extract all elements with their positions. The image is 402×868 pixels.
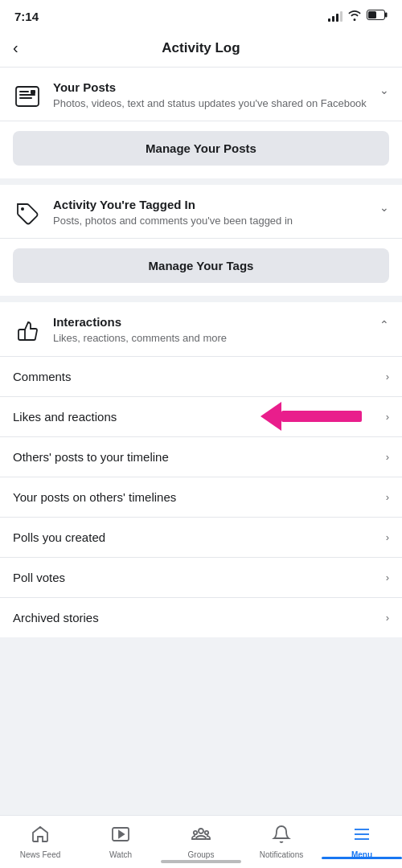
archived-stories-label: Archived stories — [13, 611, 99, 624]
poll-votes-item[interactable]: Poll votes › — [0, 558, 402, 598]
activity-tagged-title: Activity You're Tagged In — [53, 198, 379, 211]
svg-point-14 — [205, 831, 208, 834]
polls-created-item[interactable]: Polls you created › — [0, 518, 402, 558]
your-posts-chevron: ⌄ — [379, 84, 389, 96]
posts-icon — [13, 82, 42, 111]
your-posts-text: Your Posts Photos, videos, text and stat… — [53, 80, 379, 111]
back-button[interactable]: ‹ — [13, 39, 18, 57]
activity-tagged-subtitle: Posts, photos and comments you've been t… — [53, 214, 379, 228]
nav-news-feed-label: News Feed — [20, 850, 61, 859]
activity-tagged-header[interactable]: Activity You're Tagged In Posts, photos … — [0, 185, 402, 238]
likes-reactions-item[interactable]: Likes and reactions › — [0, 397, 402, 437]
interactions-chevron: ⌃ — [379, 318, 389, 331]
your-posts-timelines-label: Your posts on others' timelines — [13, 490, 176, 504]
likes-reactions-label: Likes and reactions — [13, 410, 117, 424]
svg-point-13 — [194, 831, 197, 834]
svg-rect-6 — [19, 97, 32, 99]
watch-icon — [111, 825, 130, 848]
your-posts-timelines-chevron: › — [386, 491, 389, 503]
manage-tags-wrapper: Manage Your Tags — [0, 238, 402, 296]
manage-posts-wrapper: Manage Your Posts — [0, 121, 402, 178]
svg-rect-5 — [19, 94, 35, 96]
interactions-text: Interactions Likes, reactions, comments … — [53, 315, 379, 346]
nav-groups-label: Groups — [188, 850, 215, 859]
arrow-annotation — [262, 402, 362, 431]
your-posts-title: Your Posts — [53, 80, 379, 94]
svg-rect-4 — [19, 91, 29, 92]
svg-rect-2 — [368, 11, 376, 18]
svg-point-8 — [21, 207, 24, 211]
nav-news-feed[interactable]: News Feed — [0, 818, 80, 859]
menu-icon — [352, 825, 371, 848]
nav-groups[interactable]: Groups — [161, 818, 241, 859]
others-posts-label: Others' posts to your timeline — [13, 450, 169, 464]
battery-icon — [367, 10, 388, 23]
svg-point-12 — [199, 829, 203, 833]
likes-reactions-chevron: › — [386, 411, 389, 423]
wifi-icon — [347, 10, 362, 23]
tag-icon — [13, 199, 42, 228]
polls-created-chevron: › — [386, 531, 389, 543]
comments-label: Comments — [13, 370, 72, 383]
status-icons — [328, 10, 388, 23]
scroll-content: Your Posts Photos, videos, text and stat… — [0, 68, 402, 703]
nav-menu[interactable]: Menu — [322, 818, 402, 859]
your-posts-header-left: Your Posts Photos, videos, text and stat… — [13, 80, 379, 111]
interactions-title: Interactions — [53, 315, 379, 329]
your-posts-header[interactable]: Your Posts Photos, videos, text and stat… — [0, 68, 402, 121]
interactions-section: Interactions Likes, reactions, comments … — [0, 302, 402, 637]
archived-stories-item[interactable]: Archived stories › — [0, 598, 402, 637]
interactions-header[interactable]: Interactions Likes, reactions, comments … — [0, 302, 402, 356]
others-posts-chevron: › — [386, 451, 389, 463]
home-icon — [31, 825, 50, 848]
svg-rect-7 — [31, 90, 35, 94]
signal-icon — [328, 10, 343, 22]
manage-posts-button[interactable]: Manage Your Posts — [13, 131, 389, 166]
arrow-head — [260, 402, 281, 431]
nav-watch-label: Watch — [109, 850, 132, 859]
bell-icon — [272, 825, 291, 848]
status-time: 7:14 — [14, 10, 39, 23]
page-header: ‹ Activity Log — [0, 29, 402, 68]
svg-rect-3 — [16, 87, 39, 106]
page-title: Activity Log — [162, 40, 240, 56]
comments-chevron: › — [386, 371, 389, 383]
activity-tagged-chevron: ⌄ — [379, 201, 389, 214]
status-bar: 7:14 — [0, 0, 402, 29]
poll-votes-label: Poll votes — [13, 571, 65, 584]
your-posts-section: Your Posts Photos, videos, text and stat… — [0, 68, 402, 178]
arrow-body — [281, 411, 362, 422]
nav-active-bar — [322, 857, 402, 859]
your-posts-timelines-item[interactable]: Your posts on others' timelines › — [0, 477, 402, 518]
manage-tags-button[interactable]: Manage Your Tags — [13, 248, 389, 283]
poll-votes-chevron: › — [386, 571, 389, 583]
nav-notifications[interactable]: Notifications — [241, 818, 322, 859]
svg-marker-11 — [119, 831, 124, 837]
others-posts-item[interactable]: Others' posts to your timeline › — [0, 437, 402, 477]
polls-created-label: Polls you created — [13, 530, 105, 544]
archived-stories-chevron: › — [386, 612, 389, 624]
groups-icon — [191, 825, 211, 848]
interactions-subtitle: Likes, reactions, comments and more — [53, 331, 379, 346]
nav-notifications-label: Notifications — [260, 850, 303, 859]
activity-tagged-section: Activity You're Tagged In Posts, photos … — [0, 185, 402, 296]
home-indicator — [161, 860, 241, 863]
nav-watch[interactable]: Watch — [80, 818, 161, 859]
thumbsup-icon — [13, 317, 42, 346]
your-posts-subtitle: Photos, videos, text and status updates … — [53, 96, 379, 111]
activity-tagged-header-left: Activity You're Tagged In Posts, photos … — [13, 198, 379, 228]
activity-tagged-text: Activity You're Tagged In Posts, photos … — [53, 198, 379, 228]
comments-item[interactable]: Comments › — [0, 357, 402, 397]
interactions-header-left: Interactions Likes, reactions, comments … — [13, 315, 379, 346]
svg-rect-1 — [385, 13, 388, 18]
